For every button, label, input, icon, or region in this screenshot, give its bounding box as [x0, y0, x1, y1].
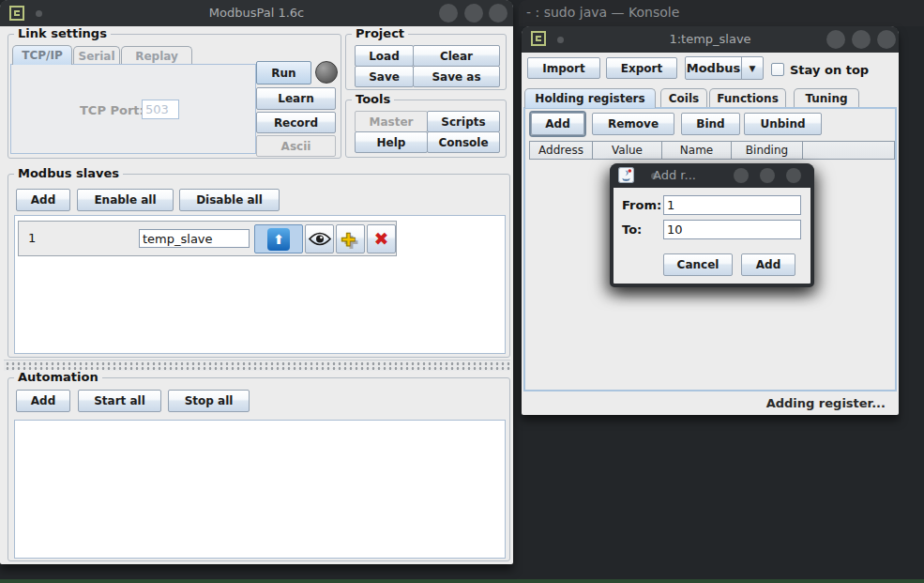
- export-button[interactable]: Export: [606, 57, 677, 79]
- slave-delete-button[interactable]: ✖: [367, 224, 396, 253]
- slave-duplicate-button[interactable]: ✚ ✚: [336, 224, 365, 253]
- slave-maximize-button[interactable]: [852, 30, 871, 49]
- enable-all-button[interactable]: Enable all: [77, 189, 174, 211]
- tools-label: Tools: [352, 92, 394, 106]
- maximize-button[interactable]: [464, 4, 483, 23]
- header-name-label: Name: [680, 144, 713, 157]
- slave-id: 1: [28, 231, 36, 245]
- register-add-button[interactable]: Add: [531, 113, 584, 135]
- desktop-bottom-strip: [0, 579, 924, 583]
- slave-add-button[interactable]: Add: [16, 189, 70, 211]
- dialog-add-button[interactable]: Add: [741, 253, 795, 276]
- automation-add-button[interactable]: Add: [16, 390, 70, 412]
- modbus-slaves-group: Modbus slaves Add Enable all Disable all…: [8, 174, 510, 358]
- slave-titlebar[interactable]: 1:temp_slave: [522, 26, 899, 53]
- save-as-button[interactable]: Save as: [413, 66, 500, 87]
- tab-tuning[interactable]: Tuning: [794, 88, 859, 107]
- record-button[interactable]: Record: [256, 112, 336, 133]
- tab-coils[interactable]: Coils: [660, 88, 707, 107]
- from-label: From:: [622, 198, 661, 212]
- export-label: Export: [621, 62, 662, 75]
- console-button[interactable]: Console: [427, 131, 500, 153]
- master-button[interactable]: Master: [355, 111, 428, 132]
- register-bind-button[interactable]: Bind: [681, 113, 740, 135]
- load-button[interactable]: Load: [355, 45, 414, 67]
- tab-holding-registers[interactable]: Holding registers: [524, 88, 656, 108]
- tcp-port-input[interactable]: [142, 100, 179, 119]
- learn-button[interactable]: Learn: [256, 87, 336, 110]
- tab-functions-label: Functions: [717, 92, 779, 105]
- register-bind-label: Bind: [696, 117, 724, 130]
- link-settings-label: Link settings: [14, 26, 111, 40]
- dialog-maximize-button[interactable]: [760, 168, 775, 183]
- konsole-title: - : sudo java — Konsole: [526, 5, 679, 20]
- run-label: Run: [271, 67, 295, 80]
- register-unbind-button[interactable]: Unbind: [744, 113, 822, 135]
- ascii-button[interactable]: Ascii: [256, 135, 336, 157]
- stop-all-button[interactable]: Stop all: [168, 390, 250, 412]
- slaves-list: 1 ⬆ ✚ ✚: [14, 215, 506, 354]
- run-button[interactable]: Run: [256, 61, 311, 84]
- stay-on-top-checkbox[interactable]: [771, 63, 784, 76]
- tab-replay[interactable]: Replay: [121, 46, 192, 65]
- stay-on-top-label: Stay on top: [790, 63, 869, 77]
- tab-serial-label: Serial: [78, 50, 114, 63]
- table-header-address[interactable]: Address: [529, 141, 593, 160]
- konsole-titlebar[interactable]: - : sudo java — Konsole: [519, 0, 924, 26]
- modbus-slaves-label: Modbus slaves: [14, 166, 123, 180]
- minimize-button[interactable]: [439, 4, 458, 23]
- tab-serial[interactable]: Serial: [73, 46, 120, 65]
- tab-tcpip-label: TCP/IP: [22, 49, 62, 62]
- help-label: Help: [377, 136, 406, 149]
- start-all-button[interactable]: Start all: [78, 390, 161, 412]
- close-button[interactable]: [489, 4, 507, 23]
- slave-close-button[interactable]: [877, 30, 896, 49]
- main-titlebar[interactable]: ModbusPal 1.6c: [0, 0, 513, 26]
- enable-all-label: Enable all: [94, 193, 156, 207]
- console-label: Console: [438, 136, 488, 149]
- register-unbind-label: Unbind: [760, 117, 805, 130]
- project-label: Project: [352, 26, 408, 40]
- tab-tcpip[interactable]: TCP/IP: [12, 45, 72, 65]
- record-label: Record: [274, 116, 318, 130]
- tab-replay-label: Replay: [135, 50, 178, 63]
- import-label: Import: [542, 62, 584, 75]
- learn-label: Learn: [278, 92, 313, 105]
- to-label: To:: [622, 222, 642, 237]
- tab-functions[interactable]: Functions: [709, 88, 786, 107]
- from-input[interactable]: [663, 195, 801, 215]
- tools-group: Tools Master Scripts Help Console: [345, 100, 507, 158]
- dialog-minimize-button[interactable]: [734, 168, 749, 183]
- project-group: Project Load Clear Save Save as: [345, 34, 507, 90]
- save-button[interactable]: Save: [355, 66, 414, 87]
- tab-tuning-label: Tuning: [805, 92, 847, 105]
- table-header-value[interactable]: Value: [592, 141, 662, 160]
- slave-minimize-button[interactable]: [826, 30, 845, 49]
- slave-name-input[interactable]: [139, 229, 250, 248]
- slave-eye-button[interactable]: [305, 224, 334, 253]
- duplicate-icon: ✚ ✚: [341, 230, 360, 249]
- protocol-combobox[interactable]: Modbus ▼: [685, 56, 764, 80]
- table-header-empty[interactable]: [802, 141, 895, 160]
- import-button[interactable]: Import: [527, 57, 600, 79]
- slave-row: 1 ⬆ ✚ ✚: [18, 221, 397, 256]
- disable-all-button[interactable]: Disable all: [179, 189, 280, 211]
- table-header-name[interactable]: Name: [661, 141, 732, 160]
- dialog-titlebar[interactable]: Add r...: [610, 163, 814, 188]
- start-all-label: Start all: [94, 394, 145, 407]
- register-remove-button[interactable]: Remove: [592, 113, 674, 135]
- clear-button[interactable]: Clear: [413, 45, 500, 67]
- combobox-arrow-icon: ▼: [741, 57, 763, 79]
- dialog-cancel-button[interactable]: Cancel: [663, 253, 733, 276]
- slave-link-button[interactable]: ⬆: [254, 224, 303, 253]
- scripts-button[interactable]: Scripts: [427, 111, 500, 132]
- status-text: Adding register...: [766, 396, 886, 410]
- slave-statusbar: Adding register...: [522, 391, 899, 415]
- scripts-label: Scripts: [441, 115, 485, 129]
- arrow-up-glyph: ⬆: [273, 232, 284, 247]
- dialog-close-button[interactable]: [786, 168, 801, 183]
- help-button[interactable]: Help: [355, 131, 428, 153]
- to-input[interactable]: [663, 220, 801, 239]
- load-label: Load: [369, 50, 400, 63]
- table-header-binding[interactable]: Binding: [731, 141, 803, 160]
